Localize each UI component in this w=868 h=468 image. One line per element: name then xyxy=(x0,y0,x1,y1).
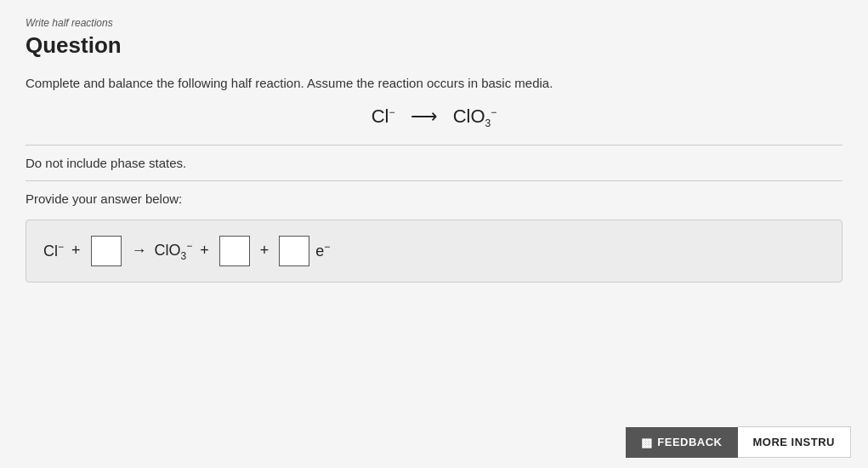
answer-clo3: ClO3− xyxy=(155,240,193,262)
answer-input-2[interactable] xyxy=(219,236,250,266)
answer-label: Provide your answer below: xyxy=(26,191,842,206)
feedback-label: FEEDBACK xyxy=(657,436,722,448)
question-text: Complete and balance the following half … xyxy=(26,74,842,94)
answer-e: e− xyxy=(315,241,330,260)
cl-charge: − xyxy=(389,106,394,117)
clo3-sub: 3 xyxy=(485,117,491,129)
answer-input-3[interactable] xyxy=(279,236,309,266)
answer-input-1[interactable] xyxy=(91,236,122,266)
reaction-display: Cl− ⟶ ClO3− xyxy=(26,106,842,129)
reaction-arrow: ⟶ xyxy=(411,106,438,127)
clo3-charge: − xyxy=(491,106,496,117)
answer-section: Cl− + → ClO3− + + e− xyxy=(26,220,842,283)
question-title: Question xyxy=(26,32,842,59)
feedback-icon: ▩ xyxy=(641,436,653,449)
more-instru-label: MORE INSTRU xyxy=(753,436,836,448)
reaction-left: Cl− xyxy=(372,106,400,127)
feedback-button[interactable]: ▩ FEEDBACK xyxy=(626,427,738,458)
instruction-text: Do not include phase states. xyxy=(26,156,842,170)
answer-arrow: → xyxy=(128,242,151,260)
page-container: Write half reactions Question Complete a… xyxy=(0,0,868,468)
subtitle: Write half reactions xyxy=(26,17,842,29)
reaction-right: ClO3− xyxy=(453,106,497,127)
more-instructions-button[interactable]: MORE INSTRU xyxy=(738,426,852,458)
answer-plus2: + xyxy=(196,242,213,260)
bottom-bar: ▩ FEEDBACK MORE INSTRU xyxy=(0,416,868,468)
divider-2 xyxy=(26,180,842,181)
content-area: Write half reactions Question Complete a… xyxy=(0,0,868,416)
divider-1 xyxy=(26,145,842,146)
answer-plus3: + xyxy=(256,242,274,260)
answer-plus1: + xyxy=(67,242,85,260)
answer-cl: Cl− xyxy=(43,241,64,260)
